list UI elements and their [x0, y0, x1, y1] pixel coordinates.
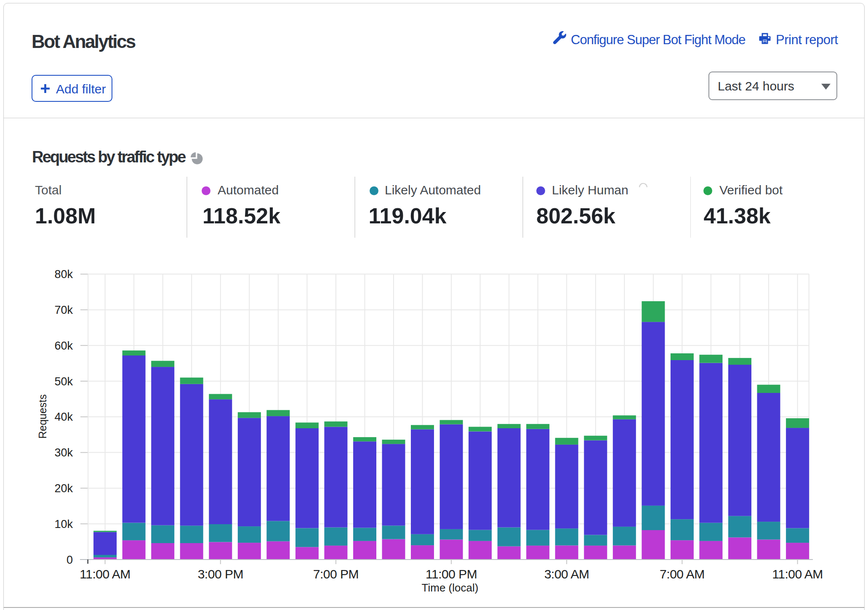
svg-text:Time (local): Time (local) — [422, 581, 479, 594]
svg-text:3:00 AM: 3:00 AM — [544, 567, 589, 581]
svg-text:30k: 30k — [54, 446, 73, 459]
svg-text:60k: 60k — [54, 339, 73, 352]
svg-text:11:00 AM: 11:00 AM — [772, 567, 823, 581]
svg-text:11:00 AM: 11:00 AM — [80, 567, 130, 581]
svg-text:10k: 10k — [54, 518, 73, 530]
svg-text:40k: 40k — [54, 411, 73, 423]
svg-text:20k: 20k — [54, 482, 73, 495]
svg-text:3:00 PM: 3:00 PM — [198, 567, 243, 581]
svg-text:80k: 80k — [54, 268, 73, 281]
svg-text:70k: 70k — [54, 304, 73, 316]
svg-text:0: 0 — [67, 554, 73, 566]
svg-text:7:00 PM: 7:00 PM — [313, 567, 359, 581]
svg-text:7:00 AM: 7:00 AM — [660, 567, 705, 581]
svg-text:50k: 50k — [54, 375, 73, 388]
svg-text:Requests: Requests — [37, 394, 48, 439]
svg-text:11:00 PM: 11:00 PM — [426, 567, 477, 581]
